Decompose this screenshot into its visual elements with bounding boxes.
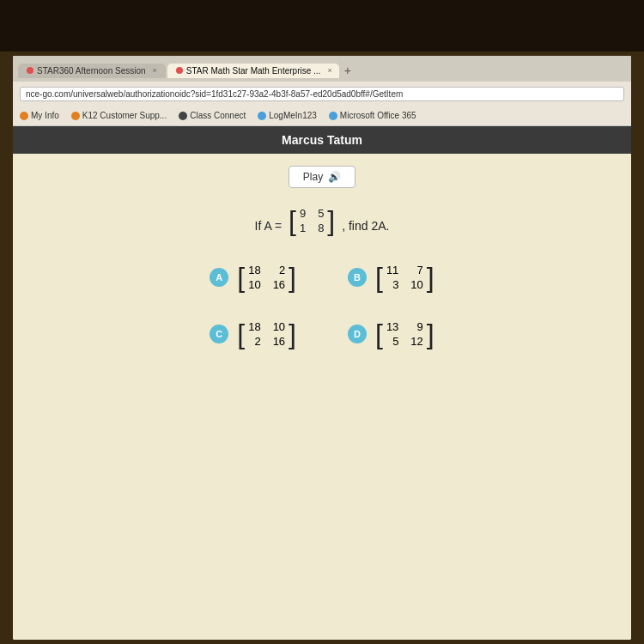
answer-matrix-c: [ 18 10 2 16 ] bbox=[237, 319, 296, 349]
bookmark-class-connect[interactable]: Class Connect bbox=[179, 111, 246, 120]
b-r2c1: 3 bbox=[386, 278, 398, 291]
question-suffix: , find 2A. bbox=[342, 219, 389, 233]
d-r1c2: 9 bbox=[410, 320, 422, 333]
bookmark-icon-logmein bbox=[258, 112, 266, 120]
c-r2c1: 2 bbox=[248, 335, 260, 348]
bookmark-label-class-connect: Class Connect bbox=[190, 111, 246, 120]
bookmark-label-my-info: My Info bbox=[31, 111, 59, 120]
matrix-r1c2: 5 bbox=[318, 207, 324, 220]
bookmark-icon-class-connect bbox=[179, 112, 187, 120]
b-r1c2: 7 bbox=[410, 264, 422, 276]
ans-values-b: 11 7 3 10 bbox=[383, 262, 427, 293]
bookmark-logmein[interactable]: LogMeIn123 bbox=[258, 111, 317, 120]
c-r2c2: 16 bbox=[273, 335, 285, 348]
bookmark-icon-my-info bbox=[20, 112, 28, 120]
a-r2c2: 16 bbox=[273, 278, 285, 291]
tab-label-active: STAR Math Star Math Enterprise ... bbox=[186, 66, 321, 76]
bracket-a-close: ] bbox=[289, 264, 296, 291]
option-circle-b: B bbox=[348, 268, 367, 287]
bracket-c-close: ] bbox=[289, 320, 296, 348]
option-circle-a: A bbox=[210, 268, 228, 287]
answers-grid: A [ 18 2 10 16 ] bbox=[175, 262, 468, 349]
answer-matrix-a: [ 18 2 10 16 ] bbox=[237, 262, 296, 293]
address-bar: nce-go.com/universalweb/authorizationoid… bbox=[13, 82, 631, 106]
tab-dot bbox=[27, 67, 33, 74]
bookmark-icon-office365 bbox=[329, 112, 337, 120]
question-area: If A = [ 9 5 1 8 ] , find 2A. bbox=[255, 205, 390, 236]
bookmark-label-logmein: LogMeIn123 bbox=[269, 111, 317, 120]
c-r1c2: 10 bbox=[273, 320, 285, 333]
ans-values-c: 18 10 2 16 bbox=[245, 319, 289, 349]
answer-option-c[interactable]: C [ 18 10 2 16 ] bbox=[210, 319, 296, 349]
ans-values-d: 13 9 5 12 bbox=[383, 319, 427, 349]
tab-star-math[interactable]: STAR Math Star Math Enterprise ... × bbox=[167, 64, 339, 78]
tab-dot-active bbox=[176, 67, 183, 74]
d-r1c1: 13 bbox=[386, 320, 398, 333]
b-r1c1: 11 bbox=[386, 264, 398, 276]
answer-option-b[interactable]: B [ 11 7 3 10 ] bbox=[348, 262, 434, 293]
bookmark-icon-k12 bbox=[71, 112, 80, 120]
bookmark-k12[interactable]: K12 Customer Supp... bbox=[71, 111, 167, 120]
tab-close-icon[interactable]: × bbox=[153, 66, 157, 75]
a-r2c1: 10 bbox=[248, 278, 260, 291]
b-r2c2: 10 bbox=[410, 278, 422, 291]
tab-star360[interactable]: STAR360 Afternoon Session × bbox=[18, 64, 166, 78]
tab-bar: STAR360 Afternoon Session × STAR Math St… bbox=[13, 56, 631, 82]
d-r2c1: 5 bbox=[386, 335, 398, 348]
bracket-d-open: [ bbox=[375, 320, 383, 348]
tab-close-active-icon[interactable]: × bbox=[327, 66, 331, 75]
matrix-values: 9 5 1 8 bbox=[296, 205, 327, 236]
question-prefix: If A = bbox=[255, 219, 283, 233]
answer-matrix-b: [ 11 7 3 10 ] bbox=[375, 262, 434, 293]
bracket-b-close: ] bbox=[427, 264, 434, 291]
student-name: Marcus Tatum bbox=[282, 133, 362, 147]
option-circle-c: C bbox=[210, 325, 228, 343]
a-r1c1: 18 bbox=[248, 264, 260, 276]
bracket-a-open: [ bbox=[237, 264, 245, 291]
matrix-r2c1: 1 bbox=[300, 222, 306, 234]
bracket-b-open: [ bbox=[375, 264, 383, 291]
d-r2c2: 12 bbox=[410, 335, 422, 348]
browser-chrome: STAR360 Afternoon Session × STAR Math St… bbox=[13, 56, 631, 126]
content-area: Marcus Tatum Play 🔊 If A = [ 9 5 1 8 bbox=[13, 126, 631, 640]
bookmark-label-k12: K12 Customer Supp... bbox=[82, 111, 167, 120]
bracket-close: ] bbox=[327, 207, 335, 234]
answer-matrix-d: [ 13 9 5 12 ] bbox=[375, 319, 434, 349]
student-header: Marcus Tatum bbox=[13, 126, 631, 154]
a-r1c2: 2 bbox=[273, 264, 285, 276]
c-r1c1: 18 bbox=[248, 320, 260, 333]
bracket-open: [ bbox=[289, 207, 296, 234]
bracket-c-open: [ bbox=[237, 320, 245, 348]
bracket-d-close: ] bbox=[427, 320, 434, 348]
play-label: Play bbox=[303, 171, 323, 183]
question-matrix: [ 9 5 1 8 ] bbox=[289, 205, 335, 236]
option-circle-d: D bbox=[348, 325, 367, 343]
answer-option-a[interactable]: A [ 18 2 10 16 ] bbox=[210, 262, 296, 293]
new-tab-button[interactable]: + bbox=[341, 64, 355, 77]
matrix-r2c2: 8 bbox=[318, 222, 324, 234]
play-button[interactable]: Play 🔊 bbox=[289, 166, 355, 188]
bookmark-label-office365: Microsoft Office 365 bbox=[340, 111, 416, 120]
bookmarks-bar: My Info K12 Customer Supp... Class Conne… bbox=[13, 106, 631, 126]
answer-option-d[interactable]: D [ 13 9 5 12 ] bbox=[348, 319, 434, 349]
ans-values-a: 18 2 10 16 bbox=[245, 262, 289, 293]
matrix-r1c1: 9 bbox=[300, 207, 306, 220]
bookmark-my-info[interactable]: My Info bbox=[20, 111, 59, 120]
tab-label: STAR360 Afternoon Session bbox=[37, 66, 146, 76]
bookmark-office365[interactable]: Microsoft Office 365 bbox=[329, 111, 416, 120]
play-icon: 🔊 bbox=[328, 171, 341, 183]
address-input[interactable]: nce-go.com/universalweb/authorizationoid… bbox=[20, 87, 624, 101]
